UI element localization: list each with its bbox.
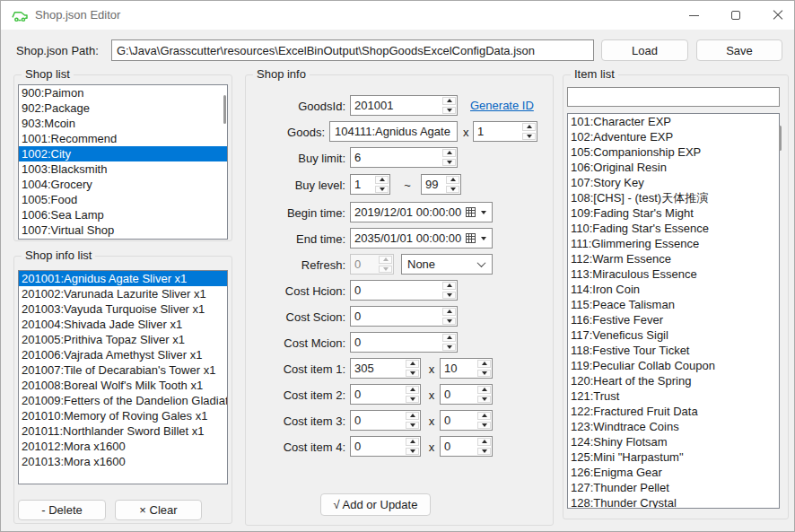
cost-item-1-count-spinner[interactable] <box>440 358 493 379</box>
spin-down-button[interactable] <box>375 186 389 194</box>
list-item[interactable]: 119:Peculiar Collab Coupon <box>568 358 779 373</box>
spin-up-button[interactable] <box>406 412 419 420</box>
cost-hcion-spinner[interactable] <box>350 280 458 301</box>
spin-up-button[interactable] <box>477 386 491 394</box>
list-item[interactable]: 201013:Mora x1600 <box>19 454 227 469</box>
spin-up-button[interactable] <box>406 360 419 368</box>
spin-down-button[interactable] <box>406 448 419 456</box>
spin-up-button[interactable] <box>446 176 459 184</box>
list-item[interactable]: 1005:Food <box>19 192 227 207</box>
spin-down-button[interactable] <box>477 422 491 430</box>
list-item[interactable]: 201012:Mora x1600 <box>19 439 227 454</box>
goods-count-spinner[interactable] <box>473 121 537 142</box>
buy-level-max-spinner[interactable] <box>421 174 461 195</box>
cost-item-4-id-spinner[interactable] <box>350 436 421 457</box>
list-item[interactable]: 201005:Prithiva Topaz Sliver x1 <box>19 332 227 347</box>
buy-limit-spinner[interactable] <box>350 147 458 168</box>
spin-down-button[interactable] <box>442 318 456 326</box>
cost-item-2-id-input[interactable] <box>351 385 405 404</box>
cost-item-3-id-input[interactable] <box>351 411 405 430</box>
spin-down-button[interactable] <box>442 159 456 167</box>
list-item[interactable]: 115:Peace Talisman <box>568 297 779 312</box>
goodsid-spinner[interactable] <box>350 95 458 116</box>
list-item[interactable]: 128:Thunder Crystal <box>568 495 779 509</box>
list-item[interactable]: 110:Fading Star's Essence <box>568 221 779 236</box>
clear-button[interactable]: × Clear <box>115 500 202 520</box>
list-item[interactable]: 902:Package <box>19 100 227 116</box>
generate-id-link[interactable]: Generate ID <box>470 99 534 112</box>
list-item[interactable]: 1004:Grocery <box>19 177 227 192</box>
cost-item-4-count-spinner[interactable] <box>440 436 493 457</box>
list-item[interactable]: 201004:Shivada Jade Sliver x1 <box>19 317 227 332</box>
list-item[interactable]: 101:Character EXP <box>568 114 779 129</box>
goods-input[interactable] <box>329 121 458 142</box>
list-item[interactable]: 125:Mini "Harpastum" <box>568 449 779 465</box>
list-item[interactable]: 102:Adventure EXP <box>568 129 779 144</box>
spin-up-button[interactable] <box>406 386 419 394</box>
cost-item-3-count-input[interactable] <box>441 411 476 430</box>
buy-level-min-input[interactable] <box>351 175 374 194</box>
list-item[interactable]: 118:Festive Tour Ticket <box>568 343 779 358</box>
cost-item-1-count-input[interactable] <box>441 359 476 378</box>
shop-list-scrollbar-thumb[interactable] <box>223 95 226 124</box>
cost-item-3-id-spinner[interactable] <box>350 410 421 431</box>
shop-info-listbox[interactable]: 201001:Agnidus Agate Sliver x1201002:Var… <box>18 270 228 484</box>
spin-up-button[interactable] <box>406 438 419 446</box>
spin-down-button[interactable] <box>406 396 419 404</box>
list-item[interactable]: 903:Mcoin <box>19 116 227 131</box>
cost-item-4-id-input[interactable] <box>351 437 405 456</box>
list-item[interactable]: 124:Shiny Flotsam <box>568 434 779 449</box>
item-search-input[interactable] <box>567 87 780 107</box>
spin-down-button[interactable] <box>442 292 456 300</box>
add-or-update-button[interactable]: √ Add or Update <box>320 493 431 516</box>
cost-item-2-count-spinner[interactable] <box>440 384 493 405</box>
shop-listbox[interactable]: 900:Paimon902:Package903:Mcoin1001:Recom… <box>18 84 228 240</box>
list-item[interactable]: 109:Fading Star's Might <box>568 205 779 221</box>
list-item[interactable]: 127:Thunder Pellet <box>568 480 779 495</box>
spin-up-button[interactable] <box>442 97 456 105</box>
list-item[interactable]: 123:Windtrace Coins <box>568 419 779 434</box>
spin-up-button[interactable] <box>442 282 456 290</box>
chevron-down-icon[interactable] <box>481 211 486 214</box>
spin-up-button[interactable] <box>522 123 536 131</box>
list-item[interactable]: 201007:Tile of Decarabian's Tower x1 <box>19 362 227 378</box>
spin-up-button[interactable] <box>477 412 491 420</box>
list-item[interactable]: 201003:Vayuda Turquoise Sliver x1 <box>19 301 227 317</box>
spin-down-button[interactable] <box>406 422 419 430</box>
goods-count-input[interactable] <box>474 122 521 141</box>
chevron-down-icon[interactable] <box>481 237 486 240</box>
cost-item-3-count-spinner[interactable] <box>440 410 493 431</box>
end-time-input[interactable] <box>351 231 466 246</box>
spin-down-button[interactable] <box>477 448 491 456</box>
close-button[interactable] <box>760 1 795 30</box>
list-item[interactable]: 900:Paimon <box>19 85 227 100</box>
spin-down-button[interactable] <box>477 370 491 378</box>
list-item[interactable]: 1006:Sea Lamp <box>19 207 227 222</box>
delete-button[interactable]: - Delete <box>18 500 106 520</box>
list-item[interactable]: 126:Enigma Gear <box>568 465 779 480</box>
list-item[interactable]: 121:Trust <box>568 388 779 404</box>
list-item[interactable]: 112:Warm Essence <box>568 251 779 266</box>
spin-up-button[interactable] <box>375 176 389 184</box>
list-item[interactable]: 201001:Agnidus Agate Sliver x1 <box>19 271 227 286</box>
list-item[interactable]: 113:Miraculous Essence <box>568 266 779 282</box>
begin-time-picker[interactable] <box>350 202 493 222</box>
cost-hcion-input[interactable] <box>351 281 441 300</box>
cost-item-2-id-spinner[interactable] <box>350 384 421 405</box>
list-item[interactable]: 201011:Northlander Sword Billet x1 <box>19 423 227 439</box>
save-button[interactable]: Save <box>696 39 782 61</box>
list-item[interactable]: 105:Companionship EXP <box>568 144 779 160</box>
load-button[interactable]: Load <box>601 39 688 61</box>
cost-item-1-id-input[interactable] <box>351 359 405 378</box>
list-item[interactable]: 1002:City <box>19 146 227 161</box>
spin-up-button[interactable] <box>477 360 491 368</box>
list-item[interactable]: 114:Iron Coin <box>568 282 779 297</box>
spin-down-button[interactable] <box>477 396 491 404</box>
goodsid-input[interactable] <box>351 96 441 115</box>
list-item[interactable]: 120:Heart of the Spring <box>568 373 779 388</box>
cost-scion-input[interactable] <box>351 307 441 326</box>
maximize-button[interactable] <box>718 1 754 30</box>
refresh-mode-select[interactable]: None <box>401 254 493 275</box>
begin-time-input[interactable] <box>351 205 466 220</box>
list-item[interactable]: 201008:Boreal Wolf's Milk Tooth x1 <box>19 378 227 393</box>
